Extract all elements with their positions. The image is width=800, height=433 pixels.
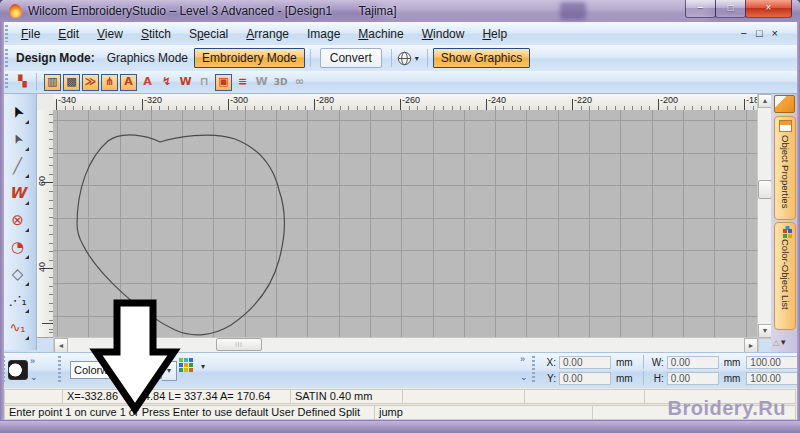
closed-object-tool[interactable]: ◔ bbox=[5, 235, 30, 260]
convert-button[interactable]: Convert bbox=[320, 48, 382, 68]
motif-run-icon[interactable]: W bbox=[177, 74, 194, 91]
watermark: Broidery.Ru bbox=[668, 397, 786, 420]
embroidery-mode-button[interactable]: Embroidery Mode bbox=[194, 48, 305, 68]
close-button[interactable]: × bbox=[745, 0, 792, 18]
status-empty-panel bbox=[4, 389, 68, 404]
status-empty-panel bbox=[402, 389, 530, 404]
graphics-mode-button[interactable]: Graphics Mode bbox=[101, 48, 194, 68]
picture-tool-icon[interactable] bbox=[774, 95, 795, 113]
mm-unit-label: mm bbox=[724, 357, 741, 368]
globe-dropdown-caret[interactable]: ▾ bbox=[415, 54, 419, 63]
x-label: X: bbox=[540, 357, 556, 368]
input-a-icon[interactable]: A bbox=[120, 74, 137, 91]
palette-dropdown-caret[interactable]: ▾ bbox=[201, 362, 205, 371]
app-flame-icon bbox=[8, 3, 23, 19]
run-stitch-tool[interactable]: ⋰₁ bbox=[5, 289, 30, 314]
separator bbox=[643, 355, 644, 369]
tab-color-object-list[interactable]: Color-Object List bbox=[774, 222, 796, 330]
window-controls: − □ × bbox=[686, 0, 792, 17]
maximize-button[interactable]: □ bbox=[715, 0, 746, 18]
overflow-chevron-icon[interactable]: » bbox=[30, 356, 35, 366]
mdi-window-controls: − □ × bbox=[740, 27, 778, 39]
three-d-icon[interactable]: 3D bbox=[272, 74, 289, 91]
ruler-label: -200 bbox=[660, 95, 678, 105]
glasses-icon[interactable]: ∞ bbox=[291, 74, 308, 91]
scroll-up-icon[interactable]: ▲ bbox=[758, 94, 772, 108]
square-wave-icon[interactable]: ⊓ bbox=[196, 74, 213, 91]
menu-item-image[interactable]: Image bbox=[298, 24, 349, 44]
polyline-tool-icon: ∿₁ bbox=[9, 316, 25, 340]
menu-item-file[interactable]: File bbox=[12, 24, 49, 44]
y-input[interactable] bbox=[559, 372, 611, 385]
scroll-down-icon[interactable]: ▼ bbox=[758, 324, 772, 338]
show-graphics-button[interactable]: Show Graphics bbox=[433, 48, 530, 68]
ruler-label: 40 bbox=[37, 262, 47, 272]
select-tool[interactable]: ➤ bbox=[5, 100, 30, 125]
ruler-label: -280 bbox=[316, 95, 334, 105]
menu-item-window[interactable]: Window bbox=[413, 24, 474, 44]
tab-label: Object Properties bbox=[780, 135, 791, 208]
menu-item-help[interactable]: Help bbox=[473, 24, 516, 44]
minimize-button[interactable]: − bbox=[685, 0, 716, 18]
scale-y-input[interactable] bbox=[746, 372, 798, 385]
colorway-palette-icon[interactable] bbox=[184, 363, 188, 367]
freehand-closed-tool[interactable]: ⊗ bbox=[5, 208, 30, 233]
overflow-dropdown-icon[interactable]: ⌄ bbox=[30, 372, 38, 382]
satin-stitch-icon[interactable]: ▥ bbox=[44, 74, 61, 91]
scale-x-input[interactable] bbox=[746, 356, 798, 369]
globe-icon[interactable] bbox=[397, 51, 412, 66]
weave-stitch-icon[interactable]: ▚ bbox=[14, 74, 31, 91]
palette-icon[interactable] bbox=[8, 360, 28, 380]
mdi-close-button[interactable]: × bbox=[772, 27, 778, 39]
h-input[interactable] bbox=[667, 372, 719, 385]
toolbar-grip[interactable] bbox=[5, 74, 8, 89]
overflow-chevron-icon[interactable]: » bbox=[520, 354, 525, 364]
ruler-label: -300 bbox=[230, 95, 248, 105]
menu-item-machine[interactable]: Machine bbox=[349, 24, 412, 44]
menu-item-special[interactable]: Special bbox=[180, 24, 237, 44]
menu-item-view[interactable]: View bbox=[88, 24, 132, 44]
applique-icon[interactable]: ▣ bbox=[215, 74, 232, 91]
lightning-stitch-icon[interactable]: ↯ bbox=[158, 74, 175, 91]
overflow-dropdown-icon[interactable]: ⌄ bbox=[520, 372, 528, 382]
ruler-label: -240 bbox=[488, 95, 506, 105]
scroll-right-icon[interactable]: ► bbox=[744, 338, 758, 353]
horizontal-scroll-thumb[interactable]: ||| bbox=[216, 338, 262, 351]
dock-down-icon[interactable]: ▼ bbox=[779, 338, 787, 347]
toolbar-grip[interactable] bbox=[58, 356, 61, 382]
freehand-open-tool[interactable]: W bbox=[5, 181, 30, 206]
vertical-scroll-thumb[interactable] bbox=[758, 180, 772, 199]
select-tool-icon: ➤ bbox=[4, 101, 31, 123]
reshape-tool[interactable]: ➤ bbox=[5, 127, 30, 152]
reshape-object-tool-icon: ◇ bbox=[12, 262, 24, 286]
window-border-left bbox=[0, 22, 4, 420]
stitch-lines-icon[interactable]: ≡ bbox=[234, 74, 251, 91]
menu-item-stitch[interactable]: Stitch bbox=[132, 24, 180, 44]
reshape-object-tool[interactable]: ◇ bbox=[5, 262, 30, 287]
input-b-icon[interactable]: A bbox=[139, 74, 156, 91]
title-bar[interactable]: Wilcom EmbroideryStudio – Level 3 Advanc… bbox=[0, 0, 800, 22]
freehand-closed-tool-icon: ⊗ bbox=[11, 208, 24, 232]
menu-item-edit[interactable]: Edit bbox=[49, 24, 88, 44]
scroll-left-icon[interactable]: ◄ bbox=[54, 338, 68, 353]
menu-item-arrange[interactable]: Arrange bbox=[237, 24, 298, 44]
separator bbox=[36, 73, 37, 91]
fan-stitch-icon[interactable]: ⋔ bbox=[101, 74, 118, 91]
titlebar-glass-blob bbox=[560, 2, 586, 20]
tatami-stitch-icon[interactable]: ▩ bbox=[63, 74, 80, 91]
toolbar-grip[interactable] bbox=[532, 356, 535, 382]
mdi-restore-button[interactable]: □ bbox=[756, 27, 763, 39]
mdi-minimize-button[interactable]: − bbox=[740, 27, 746, 39]
mm-unit-label: mm bbox=[616, 373, 633, 384]
x-input[interactable] bbox=[559, 356, 611, 369]
toolbar-grip[interactable] bbox=[5, 49, 8, 67]
left-tool-palette: ➤ ➤ ╱ W ⊗ ◔ ◇ ⋰₁ ∿₁ bbox=[0, 93, 37, 350]
tab-object-properties[interactable]: Object Properties bbox=[774, 116, 796, 220]
motif-w-icon[interactable]: W bbox=[253, 74, 270, 91]
w-input[interactable] bbox=[667, 356, 719, 369]
toolbar-grip[interactable] bbox=[5, 25, 8, 41]
freehand-open-tool-icon: W bbox=[9, 181, 26, 205]
knife-tool[interactable]: ╱ bbox=[5, 154, 30, 179]
zigzag-stitch-icon[interactable]: ≫ bbox=[82, 74, 99, 91]
polyline-tool[interactable]: ∿₁ bbox=[5, 316, 30, 341]
